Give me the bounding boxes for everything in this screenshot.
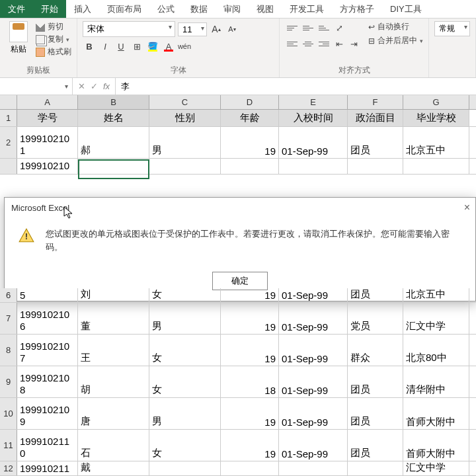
row-header[interactable]: 12 (0, 461, 17, 475)
cell[interactable]: 唐 (78, 398, 149, 429)
cell[interactable]: 姓名 (78, 110, 149, 126)
tab-view[interactable]: 视图 (249, 0, 282, 18)
cell[interactable]: 19 (221, 127, 279, 158)
font-name-select[interactable]: 宋体 (83, 21, 175, 37)
cell[interactable]: 郝 (78, 127, 149, 158)
cell[interactable]: 01-Sep-99 (279, 366, 348, 397)
cell[interactable]: 石 (78, 430, 149, 461)
cell[interactable] (279, 159, 348, 174)
cell[interactable]: 北京五中 (403, 288, 469, 302)
format-painter-button[interactable]: 格式刷 (36, 46, 71, 58)
col-header-b[interactable]: B (78, 95, 149, 109)
underline-button[interactable]: U (114, 40, 128, 53)
tab-ff[interactable]: 方方格子 (332, 0, 382, 18)
cell[interactable]: 北京五中 (403, 127, 469, 158)
align-right-button[interactable] (317, 37, 331, 50)
tab-file[interactable]: 文件 (0, 0, 33, 18)
row-header[interactable]: 9 (0, 366, 17, 397)
row-header[interactable]: 11 (0, 430, 17, 461)
cell[interactable]: 01-Sep-99 (279, 288, 348, 302)
tab-data[interactable]: 数据 (182, 0, 216, 18)
orientation-button[interactable]: ⤢ (333, 21, 346, 34)
tab-dev[interactable]: 开发工具 (282, 0, 332, 18)
cell[interactable] (403, 159, 469, 174)
cell[interactable]: 女 (149, 366, 221, 397)
cell[interactable]: 首师大附中 (403, 430, 469, 461)
align-left-button[interactable] (285, 37, 299, 50)
tab-insert[interactable]: 插入 (66, 0, 99, 18)
col-header-c[interactable]: C (149, 95, 221, 109)
col-header-a[interactable]: A (17, 95, 78, 109)
cell[interactable] (348, 159, 403, 174)
close-icon[interactable]: × (464, 202, 470, 214)
align-middle-button[interactable] (301, 21, 315, 34)
cell[interactable]: 19 (221, 288, 279, 302)
col-header-d[interactable]: D (221, 95, 279, 109)
cell[interactable]: 政治面目 (348, 110, 403, 126)
tab-home[interactable]: 开始 (33, 0, 66, 18)
cell[interactable] (221, 461, 279, 475)
cell[interactable]: 胡 (78, 366, 149, 397)
col-header-f[interactable]: F (348, 95, 403, 109)
cell[interactable]: 01-Sep-99 (279, 127, 348, 158)
cell[interactable]: 1999102106 (17, 303, 78, 334)
wrap-text-button[interactable]: ↩自动换行 (368, 21, 423, 32)
col-header-e[interactable]: E (279, 95, 348, 109)
cell[interactable]: 团员 (348, 127, 403, 158)
tab-formula[interactable]: 公式 (149, 0, 182, 18)
row-header[interactable]: 7 (0, 303, 17, 334)
cell[interactable]: 女 (149, 430, 221, 461)
cell[interactable]: 学号 (17, 110, 78, 126)
cell[interactable]: 北京80中 (403, 335, 469, 366)
align-bottom-button[interactable] (317, 21, 331, 34)
row-header[interactable]: 6 (0, 288, 17, 302)
cell[interactable] (279, 461, 348, 475)
cell[interactable]: 性别 (149, 110, 221, 126)
cell[interactable]: 19 (221, 430, 279, 461)
cell[interactable]: 18 (221, 366, 279, 397)
cell[interactable]: 团员 (348, 366, 403, 397)
cancel-icon[interactable]: ✕ (78, 81, 85, 91)
font-size-select[interactable]: 11 (178, 22, 207, 36)
row-header[interactable]: 10 (0, 398, 17, 429)
row-header[interactable]: 2 (0, 127, 17, 158)
fill-color-button[interactable]: 🪣 (146, 40, 159, 53)
cell[interactable]: 女 (149, 288, 221, 302)
cell[interactable]: 19 (221, 303, 279, 334)
cell[interactable]: 男 (149, 398, 221, 429)
cell[interactable]: 1999102101 (17, 127, 78, 158)
paste-button[interactable]: 粘贴 (5, 21, 32, 58)
phonetic-button[interactable]: wén (178, 40, 191, 53)
increase-font-button[interactable]: A▴ (210, 22, 223, 36)
cell[interactable]: 199910210 (17, 159, 78, 174)
tab-review[interactable]: 审阅 (216, 0, 249, 18)
cell[interactable]: 男 (149, 127, 221, 158)
col-header-g[interactable]: G (403, 95, 469, 109)
cell[interactable]: 清华附中 (403, 366, 469, 397)
cell[interactable] (221, 159, 279, 174)
cell[interactable]: 01-Sep-99 (279, 430, 348, 461)
cell[interactable]: 199910211 (17, 461, 78, 475)
cell[interactable]: 男 (149, 303, 221, 334)
cell[interactable]: 团员 (348, 430, 403, 461)
ok-button[interactable]: 确定 (212, 272, 268, 290)
tab-diy[interactable]: DIY工具 (382, 0, 430, 18)
row-header[interactable]: 8 (0, 335, 17, 366)
align-top-button[interactable] (285, 21, 299, 34)
fx-icon[interactable]: fx (103, 81, 110, 91)
cell[interactable]: 群众 (348, 335, 403, 366)
formula-input[interactable]: 李 (116, 78, 476, 95)
italic-button[interactable]: I (99, 40, 112, 53)
cell[interactable]: 团员 (348, 288, 403, 302)
cell[interactable]: 王 (78, 335, 149, 366)
cell[interactable]: 董 (78, 303, 149, 334)
cell[interactable]: 入校时间 (279, 110, 348, 126)
increase-indent-button[interactable]: ⇥ (347, 37, 360, 50)
font-color-button[interactable]: A (162, 40, 175, 53)
cell[interactable]: 汇文中学 (403, 303, 469, 334)
cell-active[interactable] (78, 159, 149, 174)
number-format-select[interactable]: 常规 (434, 21, 470, 36)
name-box[interactable] (0, 78, 73, 95)
cell[interactable]: 01-Sep-99 (279, 335, 348, 366)
cell[interactable] (149, 461, 221, 475)
